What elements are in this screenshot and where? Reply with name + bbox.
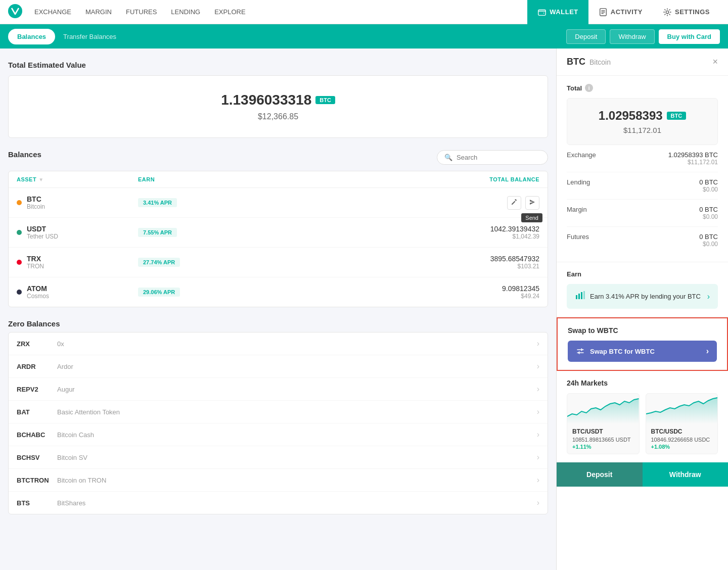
breakdown-lending-label: Lending: [567, 178, 699, 186]
usdt-usd: $1,042.39: [438, 233, 539, 240]
swap-button[interactable]: Swap BTC for WBTC ›: [568, 341, 717, 362]
list-item[interactable]: BTS BitShares ›: [9, 492, 548, 514]
main-layout: Total Estimated Value 1.1396033318 BTC $…: [0, 49, 728, 570]
breakdown-futures: Futures 0 BTC $0.00: [567, 227, 718, 254]
left-panel: Total Estimated Value 1.1396033318 BTC $…: [0, 49, 556, 570]
svg-rect-8: [578, 294, 580, 299]
zero-name-repv2: Augur: [57, 386, 537, 393]
market-chart-btcusdc: [646, 394, 718, 424]
market-card-btcusdt[interactable]: BTC/USDT 10851.89813665 USDT +1.11%: [567, 393, 640, 454]
nav-explore[interactable]: EXPLORE: [214, 6, 245, 18]
earn-rate-usdt[interactable]: 7.55% APR: [138, 228, 177, 237]
chevron-right-icon: ›: [537, 407, 539, 416]
breakdown-futures-label: Futures: [567, 233, 699, 241]
nav-lending[interactable]: LENDING: [171, 6, 200, 18]
rp-symbol: BTC: [567, 57, 585, 67]
balance-btc: Send: [438, 196, 539, 210]
zero-symbol-bchabc: BCHABC: [17, 431, 57, 439]
table-row: BTC Bitcoin 3.41% APR S: [9, 188, 548, 218]
list-item[interactable]: BCHSV Bitcoin SV ›: [9, 446, 548, 469]
asset-full-usdt: Tether USD: [27, 233, 58, 240]
tab-settings-label: SETTINGS: [675, 8, 710, 16]
rp-total-amount: 1.02958393 BTC: [577, 109, 707, 123]
tab-activity[interactable]: ACTIVITY: [588, 0, 653, 24]
total-btc-amount: 1.1396033318: [221, 92, 311, 108]
swap-title: Swap to WBTC: [568, 326, 717, 335]
withdraw-button[interactable]: Withdraw: [643, 462, 729, 487]
deposit-button-top[interactable]: Deposit: [566, 29, 606, 44]
info-icon[interactable]: i: [585, 84, 593, 92]
breakdown-exchange-label: Exchange: [567, 151, 668, 159]
nav-margin[interactable]: MARGIN: [85, 6, 112, 18]
earn-banner[interactable]: Earn 3.41% APR by lending your BTC ›: [567, 284, 718, 309]
tab-wallet[interactable]: WALLET: [527, 0, 588, 24]
breakdown-margin: Margin 0 BTC $0.00: [567, 200, 718, 227]
breakdown-margin-vals: 0 BTC $0.00: [699, 206, 718, 220]
nav-right-tabs: WALLET ACTIVITY SETTINGS: [527, 0, 720, 24]
send-icon-btn[interactable]: [525, 196, 539, 210]
earn-rate-atom[interactable]: 29.06% APR: [138, 288, 180, 297]
logo[interactable]: [8, 4, 22, 20]
asset-name-atom: ATOM: [27, 284, 49, 293]
list-item[interactable]: BTCTRON Bitcoin on TRON ›: [9, 469, 548, 492]
svg-rect-10: [583, 291, 585, 299]
edit-icon-btn[interactable]: [507, 196, 521, 210]
breakdown-margin-label: Margin: [567, 206, 699, 213]
rp-total-card: 1.02958393 BTC $11,172.01: [567, 98, 718, 145]
asset-dot-trx: [17, 260, 22, 265]
zero-name-zrx: 0x: [57, 340, 537, 348]
swap-btn-arrow-icon: ›: [706, 347, 709, 356]
nav-exchange[interactable]: EXCHANGE: [34, 6, 71, 18]
rp-breakdown: Exchange 1.02958393 BTC $11,172.01 Lendi…: [567, 145, 718, 254]
list-item[interactable]: ARDR Ardor ›: [9, 355, 548, 378]
asset-info-usdt: USDT Tether USD: [17, 225, 138, 240]
buy-with-card-button[interactable]: Buy with Card: [659, 29, 720, 44]
col-earn: EARN: [138, 176, 438, 182]
total-value-card: 1.1396033318 BTC $12,366.85: [8, 75, 548, 138]
usdt-amount: 1042.39139432: [438, 225, 539, 233]
earn-rate-btc[interactable]: 3.41% APR: [138, 198, 177, 207]
top-nav: EXCHANGE MARGIN FUTURES LENDING EXPLORE …: [0, 0, 728, 24]
search-icon: 🔍: [444, 154, 452, 161]
earn-arrow-icon: ›: [707, 292, 710, 301]
asset-name-usdt: USDT: [27, 225, 58, 233]
search-input[interactable]: [457, 154, 540, 161]
market-price-btcusdt: 10851.89813665 USDT: [572, 437, 634, 443]
close-button[interactable]: ×: [712, 57, 718, 67]
zero-balances-table: ZRX 0x › ARDR Ardor › REPV2 Augur › BAT …: [8, 332, 548, 514]
tab-settings[interactable]: SETTINGS: [653, 0, 720, 24]
market-card-btcusdc[interactable]: BTC/USDC 10846.92266658 USDC +1.08%: [646, 393, 718, 454]
market-info-btcusdt: BTC/USDT 10851.89813665 USDT +1.11%: [567, 424, 639, 454]
search-box[interactable]: 🔍: [437, 150, 548, 165]
asset-full-btc: Bitcoin: [27, 203, 45, 210]
list-item[interactable]: BCHABC Bitcoin Cash ›: [9, 423, 548, 446]
asset-full-trx: TRON: [27, 263, 44, 270]
zero-symbol-bchsv: BCHSV: [17, 454, 57, 461]
total-value-amount: 1.1396033318 BTC: [25, 92, 531, 108]
zero-symbol-ardr: ARDR: [17, 363, 57, 370]
table-row: ATOM Cosmos 29.06% APR 9.09812345 $49.24: [9, 277, 548, 307]
nav-links: EXCHANGE MARGIN FUTURES LENDING EXPLORE: [34, 6, 527, 18]
asset-dot-atom: [17, 290, 22, 295]
earn-rate-trx[interactable]: 27.74% APR: [138, 258, 180, 267]
deposit-button[interactable]: Deposit: [557, 462, 643, 487]
list-item[interactable]: BAT Basic Attention Token ›: [9, 401, 548, 423]
swap-btn-label: Swap BTC for WBTC: [590, 348, 655, 355]
list-item[interactable]: REPV2 Augur ›: [9, 378, 548, 401]
nav-futures[interactable]: FUTURES: [126, 6, 157, 18]
earn-badge-trx: 27.74% APR: [138, 258, 438, 267]
transfer-balances-tab[interactable]: Transfer Balances: [63, 31, 116, 42]
breakdown-exchange-vals: 1.02958393 BTC $11,172.01: [668, 151, 718, 166]
table-row: TRX TRON 27.74% APR 3895.68547932 $103.2…: [9, 248, 548, 277]
earn-title: Earn: [567, 270, 718, 278]
tab-wallet-label: WALLET: [550, 8, 578, 16]
market-info-btcusdc: BTC/USDC 10846.92266658 USDC +1.08%: [646, 424, 718, 454]
send-tooltip: Send: [521, 213, 542, 222]
zero-balances-title: Zero Balances: [8, 319, 548, 328]
asset-name-trx: TRX: [27, 255, 44, 263]
market-chart-btcusdt: [567, 394, 639, 424]
list-item[interactable]: ZRX 0x ›: [9, 332, 548, 355]
markets-grid: BTC/USDT 10851.89813665 USDT +1.11%: [567, 393, 718, 454]
balances-tab[interactable]: Balances: [8, 29, 55, 44]
withdraw-button-top[interactable]: Withdraw: [610, 29, 654, 44]
